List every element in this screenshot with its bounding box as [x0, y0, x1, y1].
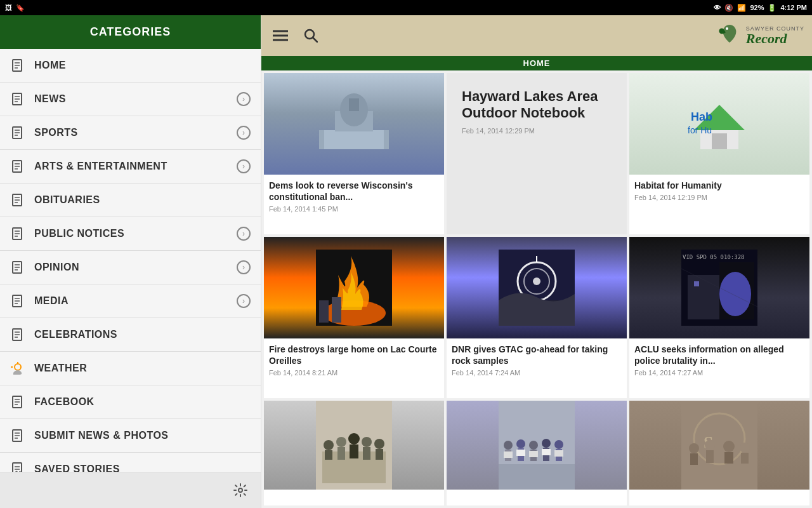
- svg-point-99: [504, 441, 513, 450]
- svg-point-124: [740, 443, 750, 453]
- news-card-8[interactable]: [447, 401, 627, 505]
- public-notices-label: PUBLIC NOTICES: [34, 228, 237, 239]
- sidebar: CATEGORIES HOME NEWS ›: [0, 15, 261, 508]
- svg-point-120: [705, 440, 715, 450]
- news-card-6[interactable]: VID SPD 05 010:328 ACLU seeks informatio…: [629, 237, 809, 398]
- obituaries-label: OBITUARIES: [34, 194, 251, 206]
- sidebar-header: CATEGORIES: [0, 15, 261, 49]
- svg-rect-84: [694, 281, 699, 286]
- main-content: SAWYER COUNTY Record HOME: [261, 15, 812, 508]
- svg-point-92: [348, 433, 360, 444]
- card6-date: Feb 14, 2014 7:27 AM: [634, 369, 804, 377]
- time: 4:12 PM: [780, 4, 807, 11]
- logo-bird-icon: [717, 22, 742, 49]
- photo-icon: 🖼: [5, 4, 12, 11]
- facebook-label: FACEBOOK: [34, 396, 251, 408]
- search-button[interactable]: [299, 24, 322, 47]
- bookmark-icon: 🔖: [16, 4, 25, 12]
- card2-date: Feb 14, 2014 12:29 PM: [462, 127, 612, 135]
- news-label: NEWS: [34, 93, 237, 105]
- svg-point-94: [362, 437, 372, 447]
- battery-icon: 🔋: [768, 4, 776, 12]
- svg-rect-93: [350, 444, 358, 458]
- svg-rect-58: [322, 130, 386, 149]
- card2-title: Hayward Lakes Area Outdoor Notebook: [462, 88, 612, 122]
- sidebar-item-media[interactable]: MEDIA ›: [0, 284, 261, 318]
- svg-point-51: [239, 488, 242, 492]
- opinion-label: OPINION: [34, 262, 237, 273]
- weather-icon: [10, 361, 25, 376]
- svg-point-82: [719, 272, 751, 316]
- svg-point-122: [723, 441, 735, 452]
- media-doc-icon: [10, 293, 25, 309]
- home-doc-icon: [10, 58, 25, 73]
- news-grid: Dems look to reverse Wisconsin's constit…: [261, 70, 812, 508]
- svg-rect-110: [542, 449, 551, 455]
- card3-image: Hab for Hu: [629, 73, 809, 175]
- sidebar-item-opinion[interactable]: OPINION ›: [0, 251, 261, 284]
- card6-title: ACLU seeks information on alleged police…: [634, 344, 804, 366]
- news-card-5[interactable]: DNR gives GTAC go-ahead for taking rock …: [447, 237, 627, 398]
- card1-image: [264, 73, 444, 175]
- opinion-arrow: ›: [237, 260, 251, 274]
- sports-doc-icon: [10, 125, 25, 140]
- arts-arrow: ›: [237, 159, 251, 173]
- news-card-7[interactable]: [264, 401, 444, 505]
- saved-doc-icon: [10, 462, 25, 472]
- hamburger-menu-button[interactable]: [269, 24, 292, 47]
- news-card-4[interactable]: Fire destroys large home on Lac Courte O…: [264, 237, 444, 398]
- public-notices-doc-icon: [10, 226, 25, 241]
- card4-title: Fire destroys large home on Lac Courte O…: [269, 344, 439, 366]
- facebook-doc-icon: [10, 394, 25, 410]
- sidebar-items: HOME NEWS › SPORTS ›: [0, 49, 261, 472]
- media-arrow: ›: [237, 294, 251, 308]
- news-card-2[interactable]: Hayward Lakes Area Outdoor Notebook Feb …: [447, 73, 627, 234]
- svg-rect-114: [499, 464, 575, 490]
- sports-arrow: ›: [237, 126, 251, 140]
- svg-rect-113: [554, 450, 563, 457]
- svg-text:Hab: Hab: [691, 110, 712, 123]
- sidebar-item-sports[interactable]: SPORTS ›: [0, 116, 261, 150]
- logo: SAWYER COUNTY Record: [717, 22, 804, 49]
- card5-image: [447, 237, 627, 338]
- card3-body: Habitat for Humanity Feb 14, 2014 12:19 …: [629, 175, 809, 234]
- media-label: MEDIA: [34, 295, 237, 307]
- svg-rect-125: [741, 453, 749, 464]
- svg-point-111: [554, 440, 563, 449]
- svg-rect-48: [13, 463, 22, 472]
- main-header: SAWYER COUNTY Record: [261, 15, 812, 56]
- card5-title: DNR gives GTAC go-ahead for taking rock …: [452, 344, 622, 366]
- card5-body: DNR gives GTAC go-ahead for taking rock …: [447, 338, 627, 398]
- card9-image: S: [629, 401, 809, 490]
- news-card-1[interactable]: Dems look to reverse Wisconsin's constit…: [264, 73, 444, 234]
- svg-rect-95: [363, 447, 370, 460]
- card3-title: Habitat for Humanity: [634, 180, 804, 191]
- news-card-3[interactable]: Hab for Hu Habitat for Humanity Feb 14, …: [629, 73, 809, 234]
- opinion-doc-icon: [10, 260, 25, 275]
- sidebar-item-facebook[interactable]: FACEBOOK: [0, 385, 261, 419]
- wifi-icon: 📶: [737, 4, 746, 12]
- status-bar-left: 🖼 🔖: [5, 4, 25, 12]
- sidebar-item-news[interactable]: NEWS ›: [0, 83, 261, 116]
- sidebar-item-celebrations[interactable]: CELEBRATIONS: [0, 318, 261, 352]
- sidebar-item-arts[interactable]: ARTS & ENTERTAINMENT ›: [0, 150, 261, 184]
- settings-gear-button[interactable]: [230, 480, 251, 500]
- sidebar-item-obituaries[interactable]: OBITUARIES: [0, 184, 261, 217]
- sidebar-item-weather[interactable]: WEATHER: [0, 352, 261, 385]
- sports-label: SPORTS: [34, 127, 237, 138]
- svg-point-102: [516, 439, 525, 448]
- home-label: HOME: [34, 60, 251, 71]
- card8-image: [447, 401, 627, 490]
- sidebar-item-submit[interactable]: SUBMIT NEWS & PHOTOS: [0, 419, 261, 453]
- sidebar-footer: [0, 472, 261, 508]
- eye-icon: 👁: [714, 4, 721, 11]
- sidebar-item-home[interactable]: HOME: [0, 49, 261, 83]
- svg-point-118: [689, 443, 699, 453]
- svg-text:VID SPD 05 010:328: VID SPD 05 010:328: [683, 254, 745, 260]
- news-card-9[interactable]: S: [629, 401, 809, 505]
- news-arrow: ›: [237, 92, 251, 106]
- svg-rect-83: [688, 275, 719, 319]
- sidebar-item-public-notices[interactable]: PUBLIC NOTICES ›: [0, 217, 261, 251]
- status-bar-right: 👁 🔇 📶 92% 🔋 4:12 PM: [714, 4, 807, 12]
- sidebar-item-saved[interactable]: SAVED STORIES: [0, 453, 261, 472]
